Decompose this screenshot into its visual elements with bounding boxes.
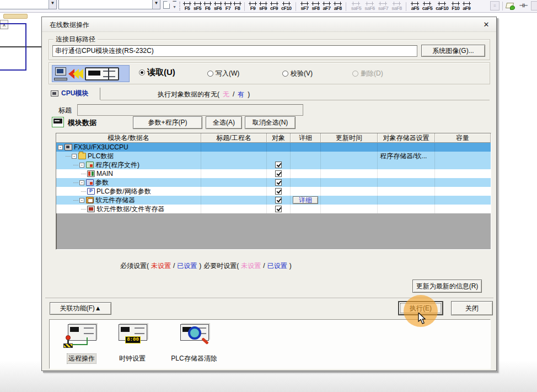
toolbar-options-icon[interactable]: ▔▾ [172,2,177,9]
optional-unset: 未设置 [241,262,261,270]
ladder-button-sF8[interactable]: sF8 [310,0,321,12]
statement-icon[interactable]: ≡ [490,1,500,10]
detail-cell: 详细 [291,196,321,205]
ladder-button-caF5[interactable]: caF5 [421,0,434,12]
ladder-button-saF7[interactable]: saF7 [377,0,390,12]
plc-module-icon [85,67,119,80]
ladder-button-aF8[interactable]: aF8 [332,0,343,12]
ladder-button-F5[interactable]: F5 [182,0,192,12]
title-field-input[interactable] [77,104,303,116]
title-row: 标题 [42,104,496,116]
toolbar-combo-2[interactable]: ▼ [58,0,160,9]
table-row[interactable]: 软元件数据/文件寄存器 [56,205,491,213]
radio-circle [139,69,145,76]
collapse-toggle[interactable]: - [79,198,84,203]
target-cell [267,152,291,160]
collapse-toggle[interactable]: - [72,154,77,159]
shortcut-remote-operation[interactable]: 远程操作 [57,323,106,363]
module-data-icon [52,117,64,127]
ladder-button-sF6[interactable]: sF6 [212,0,223,12]
checked-checkbox[interactable] [275,162,282,168]
shortcut-clock-setting[interactable]: 8:00时钟设置 [108,323,157,363]
table-row[interactable]: -参数 [56,178,491,187]
ladder-button-F6[interactable]: F6 [203,0,212,12]
checked-checkbox[interactable] [275,197,282,203]
column-header-6: 容量 [435,133,491,143]
table-row[interactable]: -软元件存储器详细 [56,196,491,205]
docked-window-fragment [3,14,28,19]
checked-checkbox[interactable] [275,206,282,212]
ladder-button-aF7[interactable]: aF7 [321,0,332,12]
radio-删除(D)[interactable]: 删除(D) [352,69,383,78]
ladder-button-saF6[interactable]: saF6 [363,0,377,12]
collapse-toggle[interactable]: - [79,163,84,168]
capacity-cell [435,178,491,187]
close-button[interactable]: 关闭 [451,301,493,315]
contact-symbol-icon [271,2,277,6]
ladder-button-F9[interactable]: F9 [248,0,257,12]
detail-cell [291,187,321,196]
checked-checkbox[interactable] [275,179,282,186]
ladder-button-F7[interactable]: F7 [223,0,233,12]
connection-path-input[interactable] [52,45,417,57]
ladder-button-aF5[interactable]: aF5 [410,0,421,12]
combo-field[interactable] [0,0,49,9]
joystick-icon [63,335,72,348]
table-row[interactable]: -FX3U/FX3UCCPU [56,143,491,152]
collapse-toggle[interactable]: - [58,145,63,150]
presence-have: 有 [238,90,244,98]
toolbar-combo-1[interactable]: ▼ [0,0,57,9]
column-header-5: 对象存储器设置 [378,133,435,143]
combo-field[interactable] [59,0,152,9]
radio-circle [352,71,358,77]
contact-symbol-icon [412,2,418,6]
table-row[interactable]: MAIN [56,169,491,178]
radio-写入(W)[interactable]: 写入(W) [207,69,239,78]
execute-button[interactable]: 执行(E) [398,301,443,315]
comment-icon[interactable] [506,1,515,10]
new-document-icon[interactable] [163,1,170,9]
detail-button[interactable]: 详细 [293,196,318,204]
param-program-button[interactable]: 参数+程序(P) [133,116,202,129]
radio-读取(U)[interactable]: 读取(U) [139,67,175,78]
checked-checkbox[interactable] [275,188,282,195]
ladder-button-aF9[interactable]: aF9 [461,0,472,12]
table-row[interactable]: -程序(程序文件) [56,160,491,169]
ladder-button-F8[interactable]: F8 [233,0,242,12]
checked-checkbox[interactable] [275,170,282,177]
contact-icon[interactable]: ⊣⊢ [519,1,528,10]
ladder-button-sF5[interactable]: sF5 [192,0,203,12]
chevron-down-icon[interactable]: ▼ [49,0,56,9]
chevron-down-icon[interactable]: ▼ [152,0,160,9]
deselect-all-button[interactable]: 取消全选(N) [245,116,296,129]
refresh-info-button[interactable]: 更新为最新的信息(R) [412,280,482,293]
close-icon[interactable]: ✕ [480,19,493,30]
ladder-button-cF10[interactable]: cF10 [280,0,293,12]
clipped-toolbar-icon[interactable] [531,1,537,10]
ladder-button-cF9[interactable]: cF9 [268,0,280,12]
ladder-button-F10[interactable]: F10 [450,0,461,12]
update-time-cell [321,187,378,196]
table-row[interactable]: -PLC数据程序存储器/软... [56,152,491,160]
capacity-cell [435,187,491,196]
ladder-button-sF9[interactable]: sF9 [257,0,268,12]
radio-校验(V)[interactable]: 校验(V) [282,69,313,78]
column-header-3: 详细 [291,133,321,143]
ladder-button-saF8[interactable]: saF8 [390,0,404,12]
ladder-button-sF7[interactable]: sF7 [299,0,310,12]
select-all-button[interactable]: 全选(A) [206,116,242,129]
ladder-button-saF5[interactable]: saF5 [350,0,363,12]
plc-display [70,327,79,332]
collapse-toggle[interactable]: - [79,180,84,185]
tab-cpu-module[interactable]: CPU模块 [51,89,88,98]
device-data-icon [87,206,95,212]
target-memory-cell [378,187,435,196]
table-row[interactable]: PLC参数/网络参数 [56,187,491,196]
ladder-button-caF10[interactable]: caF10 [434,0,450,12]
system-image-button[interactable]: 系统图像(G)... [421,45,485,57]
presence-prefix: 执行对象数据的有无( [158,90,219,98]
shortcut-plc-memory-clear[interactable]: PLC存储器清除 [158,323,230,363]
target-cell [267,143,291,152]
related-functions-button[interactable]: 关联功能(F)▲ [50,302,111,315]
name-cell: -参数 [56,178,201,187]
